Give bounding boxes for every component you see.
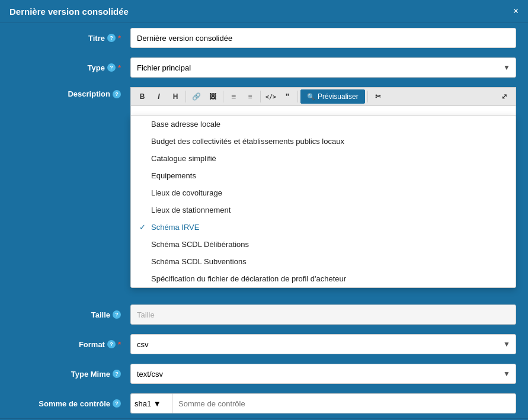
toolbar-sep-2 [223,91,223,102]
type-mime-label: Type Mime ? [12,370,130,379]
expand-button[interactable]: ⤢ [497,89,512,104]
schema-item-scdl-subventions[interactable]: Schéma SCDL Subventions [131,253,516,270]
scissors-button[interactable]: ✂ [370,89,386,104]
schema-item-stationnement[interactable]: Lieux de stationnement [131,201,516,219]
taille-row: Taille ? [0,300,528,329]
somme-input[interactable] [172,393,516,413]
modal-title: Dernière version consolidée [9,7,129,17]
type-select[interactable]: Fichier principal Documentation Autre [130,57,516,78]
schema-item-catalogue[interactable]: Catalogue simplifié [131,150,516,167]
modal-header: Dernière version consolidée × [0,0,528,23]
modal: Dernière version consolidée × Titre ? * … [0,0,528,420]
sha-group: sha1 ▼ sha256 md5 [130,393,516,413]
image-button[interactable]: 🖼 [205,89,220,104]
schema-item-irve[interactable]: ✓ Schéma IRVE [131,219,516,236]
titre-input[interactable] [130,28,516,48]
type-mime-help-icon[interactable]: ? [113,370,121,378]
type-mime-select[interactable]: text/csv application/json application/xm… [130,364,516,384]
type-help-icon[interactable]: ? [107,63,116,72]
italic-button[interactable]: I [151,89,167,104]
description-label: Description ? [12,87,130,98]
search-icon: 🔍 [307,93,315,101]
preview-button[interactable]: 🔍 Prévisualiser [300,89,365,104]
titre-row: Titre ? * [0,23,528,53]
toolbar-sep-4 [297,91,298,102]
schema-item-covoiturage[interactable]: Lieux de covoiturage [131,184,516,201]
format-select[interactable]: csv json xml pdf [130,334,516,354]
modal-body: Titre ? * Type ? * Fichier principal Doc… [0,23,528,418]
format-row: Format ? * csv json xml pdf ▼ [0,329,528,359]
taille-help-icon[interactable]: ? [113,310,121,319]
schema-item-specification[interactable]: Spécification du fichier de déclaration … [131,270,516,287]
type-select-wrapper: Fichier principal Documentation Autre ▼ [130,57,516,78]
type-row: Type ? * Fichier principal Documentation… [0,53,528,82]
schema-item-scdl-delib[interactable]: Schéma SCDL Délibérations [131,236,516,253]
toolbar-sep-1 [185,91,186,102]
description-help-icon[interactable]: ? [113,90,121,98]
toolbar-sep-3 [260,91,261,102]
toolbar-sep-5 [367,91,368,102]
editor-toolbar: B I H 🔗 🖼 ≡ ≡ </> " 🔍 Prévisualiser [130,87,516,105]
type-mime-row: Type Mime ? text/csv application/json ap… [0,359,528,389]
somme-label: Somme de contrôle ? [12,399,130,408]
quote-button[interactable]: " [280,89,295,104]
sha-select[interactable]: sha1 ▼ sha256 md5 [130,393,172,413]
schema-dropdown: Base adresse locale Budget des collectiv… [130,115,516,288]
schema-item-base-adresse[interactable]: Base adresse locale [131,116,516,133]
type-label: Type ? * [12,63,130,72]
format-select-wrapper: csv json xml pdf ▼ [130,334,516,354]
taille-input[interactable] [130,304,516,325]
format-help-icon[interactable]: ? [107,340,116,348]
schema-item-equipements[interactable]: Equipements [131,167,516,184]
close-button[interactable]: × [513,6,519,17]
schema-item-budget[interactable]: Budget des collectivités et établissemen… [131,133,516,150]
code-button[interactable]: </> [263,89,279,104]
bold-button[interactable]: B [135,89,150,104]
type-mime-select-wrapper: text/csv application/json application/xm… [130,364,516,384]
somme-help-icon[interactable]: ? [113,399,121,408]
heading-button[interactable]: H [168,89,183,104]
link-button[interactable]: 🔗 [188,89,204,104]
ol-button[interactable]: ≡ [242,89,258,104]
format-label: Format ? * [12,340,130,349]
titre-label: Titre ? * [12,34,130,43]
ul-button[interactable]: ≡ [226,89,241,104]
somme-row: Somme de contrôle ? sha1 ▼ sha256 md5 [0,389,528,418]
taille-label: Taille ? [12,310,130,319]
titre-help-icon[interactable]: ? [107,34,116,42]
